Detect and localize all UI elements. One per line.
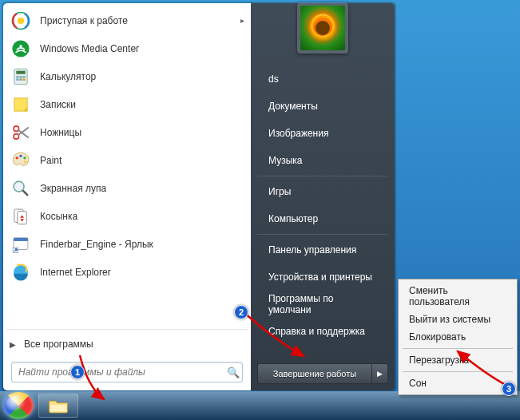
svg-rect-26 (50, 405, 66, 411)
paint-icon (10, 149, 32, 172)
ie-icon (10, 261, 32, 283)
svg-rect-8 (22, 76, 25, 77)
user-picture (300, 6, 345, 50)
svg-rect-5 (16, 70, 25, 73)
svg-point-15 (16, 157, 18, 159)
right-item-games[interactable]: Игры (257, 178, 388, 205)
right-item-devices[interactable]: Устройства и принтеры (257, 263, 388, 291)
program-magnifier[interactable]: Экранная лупа (5, 174, 249, 202)
svg-rect-23 (14, 237, 28, 240)
program-label: Приступая к работе (40, 15, 128, 26)
all-programs[interactable]: ▶ Все программы (3, 331, 251, 357)
annotation-arrow-1 (76, 351, 124, 407)
wmc-icon (10, 38, 32, 60)
separator (257, 234, 388, 235)
program-label: Калькулятор (40, 71, 96, 82)
scissors-icon (10, 121, 32, 144)
calc-icon (10, 65, 32, 88)
submenu-lock[interactable]: Блокировать (401, 328, 514, 346)
shutdown-button[interactable]: Завершение работы (257, 363, 372, 384)
program-wmc[interactable]: Windows Media Center (5, 34, 249, 62)
svg-point-3 (19, 45, 22, 47)
program-paint[interactable]: Paint (5, 146, 249, 174)
svg-point-2 (12, 40, 29, 57)
program-label: Записки (40, 99, 76, 110)
separator (257, 176, 388, 176)
svg-rect-11 (22, 78, 25, 80)
shutdown-row: Завершение работы ▶ (257, 363, 388, 384)
search-box[interactable]: 🔍 (11, 362, 243, 382)
right-item-pictures[interactable]: Изображения (257, 120, 388, 147)
annotation-marker-1: 1 (70, 365, 85, 379)
svg-point-19 (14, 181, 24, 192)
annotation-arrow-2 (240, 310, 312, 366)
explorer-icon (48, 398, 69, 414)
svg-rect-7 (19, 76, 22, 77)
right-item-computer[interactable]: Компьютер (257, 205, 388, 232)
separator (6, 329, 248, 330)
shortcut-icon (10, 233, 32, 256)
right-item-control-panel[interactable]: Панель управления (257, 236, 388, 263)
magnifier-icon (10, 177, 32, 200)
chevron-right-icon: ▸ (240, 16, 244, 25)
program-label: Finderbar_Engine - Ярлык (40, 239, 153, 250)
program-label: Windows Media Center (40, 43, 139, 54)
program-notes[interactable]: Записки (5, 90, 249, 118)
right-item-music[interactable]: Музыка (257, 147, 388, 174)
submenu-logoff[interactable]: Выйти из системы (401, 311, 514, 328)
right-item-documents[interactable]: Документы (257, 93, 388, 120)
right-item-user[interactable]: ds (257, 65, 388, 93)
svg-rect-10 (19, 78, 22, 80)
program-label: Ножницы (40, 127, 81, 138)
getting-started-icon (10, 10, 32, 32)
program-label: Paint (40, 155, 62, 166)
search-icon[interactable]: 🔍 (224, 367, 242, 378)
svg-point-18 (24, 160, 26, 163)
start-menu-left-pane: Приступая к работе ▸ Windows Media Cente… (3, 3, 251, 390)
program-label: Экранная лупа (40, 183, 106, 194)
shutdown-options-arrow[interactable]: ▶ (372, 363, 388, 384)
user-picture-frame[interactable] (297, 2, 348, 53)
svg-point-16 (19, 154, 22, 157)
program-label: Косынка (40, 211, 77, 222)
program-solitaire[interactable]: Косынка (5, 202, 249, 230)
program-list: Приступая к работе ▸ Windows Media Cente… (3, 3, 251, 327)
all-programs-label: Все программы (24, 339, 93, 350)
svg-rect-6 (16, 76, 18, 77)
program-getting-started[interactable]: Приступая к работе ▸ (5, 6, 249, 34)
program-label: Internet Explorer (40, 267, 111, 278)
start-button[interactable] (3, 392, 34, 419)
svg-rect-9 (16, 78, 18, 80)
submenu-switch-user[interactable]: Сменить пользователя (401, 282, 514, 311)
start-menu: Приступая к работе ▸ Windows Media Cente… (2, 2, 396, 392)
program-ie[interactable]: Internet Explorer (5, 258, 249, 286)
svg-point-1 (18, 17, 24, 23)
triangle-right-icon: ▶ (10, 340, 16, 349)
annotation-marker-3: 3 (502, 382, 516, 396)
right-list: ds Документы Изображения Музыка Игры Ком… (251, 65, 395, 345)
annotation-marker-2: 2 (234, 305, 248, 319)
program-calc[interactable]: Калькулятор (5, 62, 249, 90)
solitaire-icon (10, 205, 32, 228)
notes-icon (10, 93, 32, 116)
taskbar-explorer[interactable] (38, 394, 78, 418)
program-finderbar[interactable]: Finderbar_Engine - Ярлык (5, 230, 249, 258)
program-snip[interactable]: Ножницы (5, 118, 249, 146)
svg-point-17 (23, 157, 26, 159)
